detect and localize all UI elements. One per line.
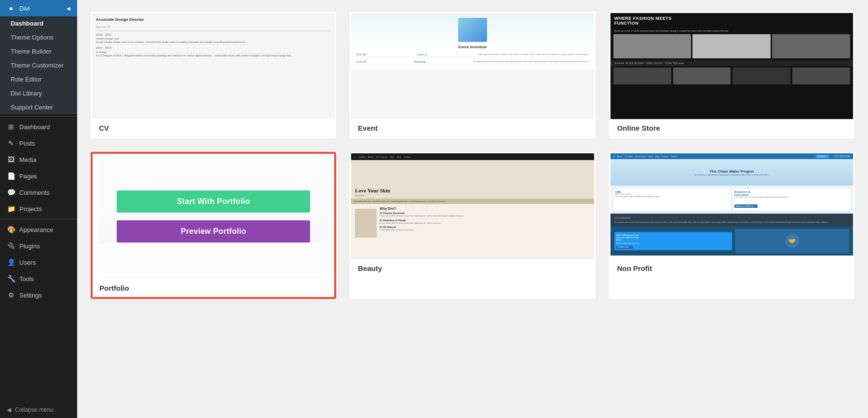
nonprofit-hero: The Clean Water Project Our mission is d…	[610, 159, 853, 186]
divi-icon: ●	[7, 4, 15, 12]
sidebar-item-tools[interactable]: 🔧 Tools	[0, 270, 77, 287]
store-preview: WHERE FASHION MEETSFUNCTION Discover a m…	[610, 13, 853, 119]
nonprofit-stat-card-1: 15M A Record for the SeaWe have reached …	[613, 189, 731, 211]
sidebar-item-pages[interactable]: 📄 Pages	[0, 168, 77, 184]
sidebar-item-plugins[interactable]: 🔌 Plugins	[0, 238, 77, 254]
tools-icon: 🔧	[7, 275, 15, 283]
template-card-beauty[interactable]: ⊙ LandingAboutGet InvolvedShopBlogContac…	[350, 152, 595, 299]
settings-icon: ⚙	[7, 291, 15, 299]
portfolio-label: Portfolio	[93, 279, 334, 297]
comments-icon: 💬	[7, 189, 15, 196]
nonprofit-mission: OUR MISSION Our mission is to ensure tha…	[610, 214, 853, 227]
sidebar-sub-item-divi-library[interactable]: Divi Library	[0, 86, 77, 100]
template-card-online-store[interactable]: WHERE FASHION MEETSFUNCTION Discover a m…	[609, 12, 854, 138]
nonprofit-header: ⊙ AboutOur WorkGet InvolvedShopBlogConta…	[610, 153, 853, 159]
sidebar-item-media[interactable]: 🖼 Media	[0, 151, 77, 168]
sidebar-arrow-icon: ◀	[67, 6, 70, 11]
sidebar-item-appearance[interactable]: 🎨 Appearance	[0, 221, 77, 238]
template-card-portfolio[interactable]: Start With Portfolio Preview Portfolio P…	[91, 152, 336, 299]
template-card-cv[interactable]: Associate Design Director New York, NY 2…	[91, 12, 336, 138]
collapse-icon: ◀	[7, 406, 11, 413]
sidebar-sub-item-role-editor[interactable]: Role Editor	[0, 72, 77, 86]
projects-icon: 📁	[7, 205, 15, 213]
media-icon: 🖼	[7, 156, 15, 163]
main-content: Associate Design Director New York, NY 2…	[77, 0, 868, 418]
sidebar: ● Divi ◀ Dashboard Theme Options Theme B…	[0, 0, 77, 418]
template-card-nonprofit[interactable]: ⊙ AboutOur WorkGet InvolvedShopBlogConta…	[609, 152, 854, 299]
beauty-label: Beauty	[351, 259, 594, 277]
beauty-body: Why Divi? ⊙ Vitamin Enriched Lorem ipsum…	[351, 204, 594, 241]
users-icon: 👤	[7, 258, 15, 266]
portfolio-hover-overlay: Start With Portfolio Preview Portfolio	[93, 154, 334, 279]
event-preview: Event Schedule 10:00 AM Check In Collect…	[351, 13, 594, 119]
sidebar-item-users[interactable]: 👤 Users	[0, 254, 77, 270]
nonprofit-cards: 15M A Record for the SeaWe have reached …	[610, 186, 853, 214]
nonprofit-logo-icon: ⊙	[613, 155, 615, 158]
appearance-icon: 🎨	[7, 226, 15, 233]
start-with-portfolio-button[interactable]: Start With Portfolio	[117, 190, 310, 213]
dashboard-icon: ⊞	[7, 123, 15, 131]
pages-icon: 📄	[7, 172, 15, 180]
sidebar-item-dashboard[interactable]: ⊞ Dashboard	[0, 119, 77, 135]
beauty-ticker: Get A Beautiful skin • Get A Beautiful s…	[351, 199, 594, 204]
nonprofit-donate-card: 100% of Donations FundClean and Safe Dri…	[614, 232, 732, 250]
template-card-event[interactable]: Event Schedule 10:00 AM Check In Collect…	[350, 12, 595, 138]
collapse-menu[interactable]: ◀ Collapse menu	[0, 402, 77, 418]
sidebar-item-settings[interactable]: ⚙ Settings	[0, 287, 77, 303]
plugins-icon: 🔌	[7, 242, 15, 250]
cv-preview: Associate Design Director New York, NY 2…	[92, 13, 335, 119]
beauty-hero: Love Your Skin Shop Now →	[351, 160, 594, 199]
nonprofit-label: Non Profit	[610, 259, 853, 277]
sidebar-sub-item-theme-options[interactable]: Theme Options	[0, 30, 77, 44]
sidebar-item-divi[interactable]: ● Divi ◀	[0, 0, 77, 16]
cv-label: CV	[92, 119, 335, 137]
nonprofit-preview-container: ⊙ AboutOur WorkGet InvolvedShopBlogConta…	[610, 153, 853, 259]
sidebar-item-comments[interactable]: 💬 Comments	[0, 184, 77, 201]
preview-portfolio-button[interactable]: Preview Portfolio	[117, 220, 310, 243]
portfolio-preview: Start With Portfolio Preview Portfolio	[93, 154, 334, 279]
nonprofit-stat-card-2: Research &Innovation Lorem ipsum dolor s…	[732, 189, 850, 211]
template-grid: Associate Design Director New York, NY 2…	[91, 12, 854, 299]
event-label: Event	[351, 119, 594, 137]
beauty-nav-bar: ⊙ LandingAboutGet InvolvedShopBlogContac…	[351, 153, 594, 160]
sidebar-sub-item-dashboard[interactable]: Dashboard	[0, 16, 77, 30]
beauty-preview-container: ⊙ LandingAboutGet InvolvedShopBlogContac…	[351, 153, 594, 259]
sidebar-sub-item-theme-builder[interactable]: Theme Builder	[0, 44, 77, 58]
sidebar-sub-item-theme-customizer[interactable]: Theme Customizer	[0, 58, 77, 72]
sidebar-sub-item-support-center[interactable]: Support Center	[0, 100, 77, 114]
sidebar-item-posts[interactable]: ✎ Posts	[0, 135, 77, 151]
sidebar-submenu: Dashboard Theme Options Theme Builder Th…	[0, 16, 77, 114]
nonprofit-donate-section: 100% of Donations FundClean and Safe Dri…	[610, 227, 853, 256]
sidebar-item-projects[interactable]: 📁 Projects	[0, 201, 77, 217]
store-label: Online Store	[610, 119, 853, 137]
posts-icon: ✎	[7, 139, 15, 147]
